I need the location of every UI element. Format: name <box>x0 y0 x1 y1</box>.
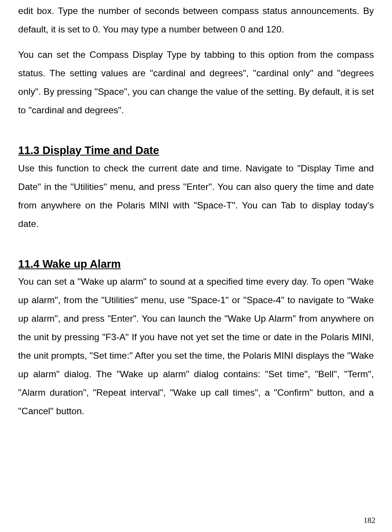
section-spacer <box>18 233 374 256</box>
document-page: edit box. Type the number of seconds bet… <box>18 0 374 420</box>
section-spacer <box>18 119 374 143</box>
paragraph-intro-1: edit box. Type the number of seconds bet… <box>18 2 374 39</box>
page-number: 182 <box>364 516 376 525</box>
paragraph-display-time-and-date: Use this function to check the current d… <box>18 159 374 233</box>
heading-wake-up-alarm: 11.4 Wake up Alarm <box>18 256 374 272</box>
paragraph-intro-2: You can set the Compass Display Type by … <box>18 45 374 119</box>
heading-display-time-and-date: 11.3 Display Time and Date <box>18 143 374 158</box>
paragraph-wake-up-alarm: You can set a "Wake up alarm" to sound a… <box>18 272 374 420</box>
